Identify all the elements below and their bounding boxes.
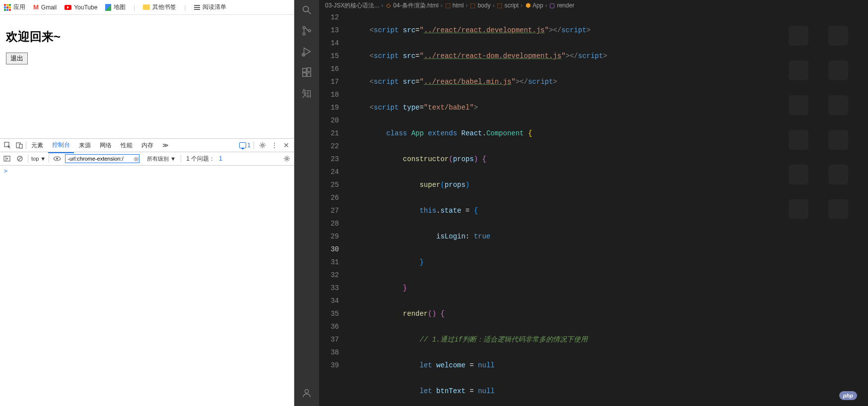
element-icon: ⬚ — [496, 2, 503, 9]
code-line: <script src="../react/react-dom.developm… — [349, 50, 868, 62]
debug-icon[interactable] — [301, 46, 313, 58]
reading-list[interactable]: 阅读清单 — [194, 3, 226, 11]
php-badge: php — [839, 391, 857, 400]
clear-filter-icon[interactable]: ⊗ — [134, 155, 139, 163]
svg-rect-19 — [303, 73, 306, 76]
breadcrumb-method: ▢render — [549, 2, 574, 9]
svg-rect-20 — [307, 73, 311, 76]
code-content[interactable]: <script src="../react/react.development.… — [349, 11, 868, 406]
problem-count: 1 — [219, 155, 222, 162]
maps-icon — [105, 4, 111, 11]
browser-panel: 应用 M Gmail YouTube 地图 | 其他书签 | 阅读清单 欢迎回来… — [0, 0, 294, 406]
svg-point-22 — [305, 390, 308, 393]
msg-indicator[interactable]: 1 — [239, 140, 251, 151]
readlist-label: 阅读清单 — [202, 3, 226, 11]
vscode-panel: 知 03-JSX的核心语法... › ◇04-条件渲染.html › ⬚html… — [294, 0, 868, 406]
levels-select[interactable]: 所有级别 ▼ — [147, 155, 176, 163]
context-select[interactable]: top ▼ — [31, 156, 46, 162]
svg-point-8 — [56, 158, 58, 160]
tab-console[interactable]: 控制台 — [48, 138, 74, 153]
breadcrumb-file: ◇04-条件渲染.html — [385, 1, 438, 10]
message-icon — [239, 142, 246, 148]
breadcrumb-script: ⬚script — [496, 2, 519, 9]
folder-icon — [143, 4, 150, 10]
svg-point-12 — [303, 26, 305, 29]
console-prompt: > — [4, 168, 7, 174]
code-line: let welcome = null — [349, 359, 868, 372]
gmail-bookmark[interactable]: M Gmail — [33, 3, 57, 11]
separator — [254, 141, 254, 149]
console-body[interactable]: > — [0, 166, 294, 406]
tab-network[interactable]: 网络 — [96, 138, 116, 153]
tab-more[interactable]: ≫ — [158, 139, 173, 152]
maps-bookmark[interactable]: 地图 — [105, 3, 126, 11]
code-line: render() { — [349, 307, 868, 320]
svg-rect-2 — [19, 144, 22, 148]
code-editor[interactable]: 1213141516171819202122232425262728293031… — [319, 11, 868, 406]
other-bookmarks[interactable]: 其他书签 — [143, 3, 176, 11]
page-heading: 欢迎回来~ — [6, 29, 288, 45]
sidebar-toggle-icon[interactable] — [2, 154, 12, 164]
tab-performance[interactable]: 性能 — [117, 138, 136, 153]
eye-icon[interactable] — [52, 154, 62, 164]
more-icon[interactable]: ⋮ — [269, 140, 280, 151]
code-line: super(props) — [349, 178, 868, 191]
editor-area: 03-JSX的核心语法... › ◇04-条件渲染.html › ⬚html ›… — [319, 0, 868, 406]
line-gutter: 1213141516171819202122232425262728293031… — [319, 11, 349, 406]
element-icon: ⬚ — [445, 2, 451, 9]
svg-rect-18 — [303, 68, 306, 72]
bookmark-separator: | — [134, 4, 135, 11]
source-control-icon[interactable] — [301, 25, 313, 37]
svg-point-3 — [262, 144, 264, 146]
console-toolbar: top ▼ ⊗ 所有级别 ▼ 1 个问题： 1 — [0, 152, 294, 166]
account-icon[interactable] — [301, 387, 313, 399]
element-icon: ⬚ — [469, 2, 476, 9]
breadcrumb-class: ⬢App — [525, 2, 543, 9]
filter-input[interactable] — [65, 154, 139, 163]
apps-icon — [4, 4, 11, 11]
logout-button[interactable]: 退出 — [6, 53, 28, 64]
code-line: this.state = { — [349, 204, 868, 217]
bookmarks-bar: 应用 M Gmail YouTube 地图 | 其他书签 | 阅读清单 — [0, 0, 294, 15]
clear-console-icon[interactable] — [15, 154, 25, 164]
device-icon[interactable] — [14, 140, 25, 151]
separator — [181, 155, 181, 163]
youtube-icon — [65, 5, 71, 10]
inspect-icon[interactable] — [2, 140, 13, 151]
problem-badge[interactable]: 1 — [218, 155, 222, 162]
code-line: class App extends React.Component { — [349, 127, 868, 140]
devtools-tabs: 元素 控制台 来源 网络 性能 内存 ≫ 1 ⋮ ✕ — [0, 139, 294, 152]
youtube-bookmark[interactable]: YouTube — [65, 4, 97, 11]
separator — [26, 141, 26, 149]
other-label: 其他书签 — [152, 3, 176, 11]
svg-point-10 — [303, 6, 309, 12]
breadcrumb-body: ⬚body — [469, 2, 490, 9]
devtools-panel: 元素 控制台 来源 网络 性能 内存 ≫ 1 ⋮ ✕ — [0, 138, 294, 406]
svg-point-9 — [286, 158, 288, 160]
activity-bar: 知 — [294, 0, 319, 406]
maps-label: 地图 — [114, 3, 126, 11]
apps-bookmark[interactable]: 应用 — [4, 3, 25, 11]
svg-rect-21 — [307, 68, 311, 71]
gmail-icon: M — [33, 3, 39, 11]
zhihu-icon[interactable]: 知 — [301, 87, 313, 99]
console-settings-icon[interactable] — [282, 154, 292, 164]
apps-label: 应用 — [13, 3, 25, 11]
breadcrumb-html: ⬚html — [445, 2, 464, 9]
method-icon: ▢ — [549, 2, 555, 9]
page-content: 欢迎回来~ 退出 — [0, 15, 294, 138]
breadcrumbs[interactable]: 03-JSX的核心语法... › ◇04-条件渲染.html › ⬚html ›… — [319, 0, 868, 11]
tab-elements[interactable]: 元素 — [27, 138, 47, 153]
bookmark-separator: | — [184, 4, 186, 11]
search-icon[interactable] — [301, 4, 313, 16]
close-devtools-icon[interactable]: ✕ — [281, 140, 292, 151]
tab-memory[interactable]: 内存 — [137, 138, 157, 153]
tab-sources[interactable]: 来源 — [75, 138, 95, 153]
class-icon: ⬢ — [525, 2, 531, 9]
html-file-icon: ◇ — [385, 2, 392, 9]
code-line: // 1.通过if判断：适合逻辑代码非常多的情况下使用 — [349, 333, 868, 346]
svg-point-14 — [308, 30, 311, 32]
gmail-label: Gmail — [41, 4, 57, 11]
extensions-icon[interactable] — [301, 66, 313, 78]
settings-icon[interactable] — [257, 140, 268, 151]
